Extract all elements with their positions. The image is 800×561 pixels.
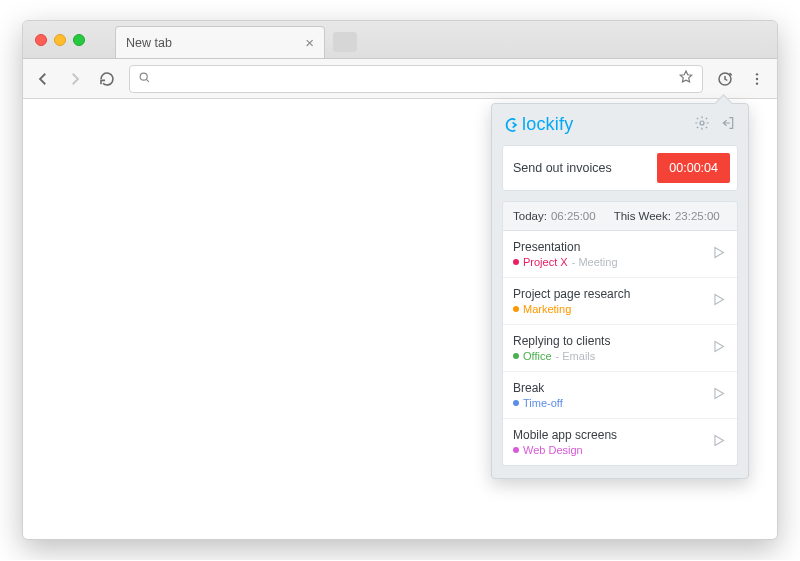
project-dot-icon xyxy=(513,447,519,453)
browser-tab[interactable]: New tab × xyxy=(115,26,325,58)
reload-button[interactable] xyxy=(97,71,117,87)
popup-header: lockify xyxy=(492,104,748,145)
svg-point-2 xyxy=(756,73,758,75)
time-entry[interactable]: BreakTime-off xyxy=(503,371,737,418)
time-entry[interactable]: Replying to clientsOfficeEmails xyxy=(503,324,737,371)
search-icon xyxy=(138,71,151,87)
entry-main: Project page researchMarketing xyxy=(513,287,710,315)
project-name: Project X xyxy=(523,256,568,268)
clockify-extension-icon[interactable] xyxy=(715,70,735,88)
entry-title: Replying to clients xyxy=(513,334,710,348)
entry-meta: Time-off xyxy=(513,397,710,409)
today-value: 06:25:00 xyxy=(551,210,596,222)
entry-meta: OfficeEmails xyxy=(513,350,710,362)
play-button[interactable] xyxy=(710,432,727,453)
project-name: Office xyxy=(523,350,552,362)
entry-meta: Web Design xyxy=(513,444,710,456)
play-button[interactable] xyxy=(710,385,727,406)
stop-timer-button[interactable]: 00:00:04 xyxy=(657,153,730,183)
entry-main: Mobile app screensWeb Design xyxy=(513,428,710,456)
entry-main: BreakTime-off xyxy=(513,381,710,409)
entries-list: PresentationProject XMeetingProject page… xyxy=(502,231,738,466)
entry-title: Presentation xyxy=(513,240,710,254)
project-name: Marketing xyxy=(523,303,571,315)
page-content: lockify Send out invoices 00:00:04 Today… xyxy=(23,99,777,539)
entry-main: PresentationProject XMeeting xyxy=(513,240,710,268)
task-name: Meeting xyxy=(572,256,618,268)
time-entry[interactable]: Mobile app screensWeb Design xyxy=(503,418,737,465)
project-name: Time-off xyxy=(523,397,563,409)
address-bar[interactable] xyxy=(129,65,703,93)
current-entry-label[interactable]: Send out invoices xyxy=(513,161,657,175)
brand-text: lockify xyxy=(522,114,573,135)
task-name: Emails xyxy=(556,350,596,362)
svg-point-0 xyxy=(140,73,147,80)
week-label: This Week: xyxy=(614,210,671,222)
entry-title: Project page research xyxy=(513,287,710,301)
svg-point-4 xyxy=(756,82,758,84)
forward-button[interactable] xyxy=(65,70,85,88)
logout-button[interactable] xyxy=(720,115,736,135)
tab-close-button[interactable]: × xyxy=(305,34,314,51)
time-summary: Today:06:25:00 This Week:23:25:00 xyxy=(502,201,738,231)
play-button[interactable] xyxy=(710,244,727,265)
entry-title: Break xyxy=(513,381,710,395)
time-entry[interactable]: PresentationProject XMeeting xyxy=(503,231,737,277)
project-dot-icon xyxy=(513,353,519,359)
titlebar: New tab × xyxy=(23,21,777,59)
project-dot-icon xyxy=(513,259,519,265)
current-timer-row: Send out invoices 00:00:04 xyxy=(502,145,738,191)
close-window-button[interactable] xyxy=(35,34,47,46)
project-name: Web Design xyxy=(523,444,583,456)
browser-menu-button[interactable] xyxy=(747,71,767,87)
svg-point-5 xyxy=(700,121,704,125)
play-button[interactable] xyxy=(710,291,727,312)
entry-meta: Project XMeeting xyxy=(513,256,710,268)
project-dot-icon xyxy=(513,306,519,312)
minimize-window-button[interactable] xyxy=(54,34,66,46)
entry-main: Replying to clientsOfficeEmails xyxy=(513,334,710,362)
bookmark-star-icon[interactable] xyxy=(678,69,694,89)
clockify-logo: lockify xyxy=(504,114,573,135)
entry-title: Mobile app screens xyxy=(513,428,710,442)
toolbar xyxy=(23,59,777,99)
week-value: 23:25:00 xyxy=(675,210,720,222)
back-button[interactable] xyxy=(33,70,53,88)
today-label: Today: xyxy=(513,210,547,222)
new-tab-button[interactable] xyxy=(333,32,357,52)
time-entry[interactable]: Project page researchMarketing xyxy=(503,277,737,324)
play-button[interactable] xyxy=(710,338,727,359)
settings-button[interactable] xyxy=(694,115,710,135)
window-controls xyxy=(35,34,85,46)
svg-point-3 xyxy=(756,77,758,79)
address-input[interactable] xyxy=(159,71,670,86)
project-dot-icon xyxy=(513,400,519,406)
browser-window: New tab × xyxy=(22,20,778,540)
entry-meta: Marketing xyxy=(513,303,710,315)
clockify-popup: lockify Send out invoices 00:00:04 Today… xyxy=(491,103,749,479)
maximize-window-button[interactable] xyxy=(73,34,85,46)
tab-title: New tab xyxy=(126,36,305,50)
